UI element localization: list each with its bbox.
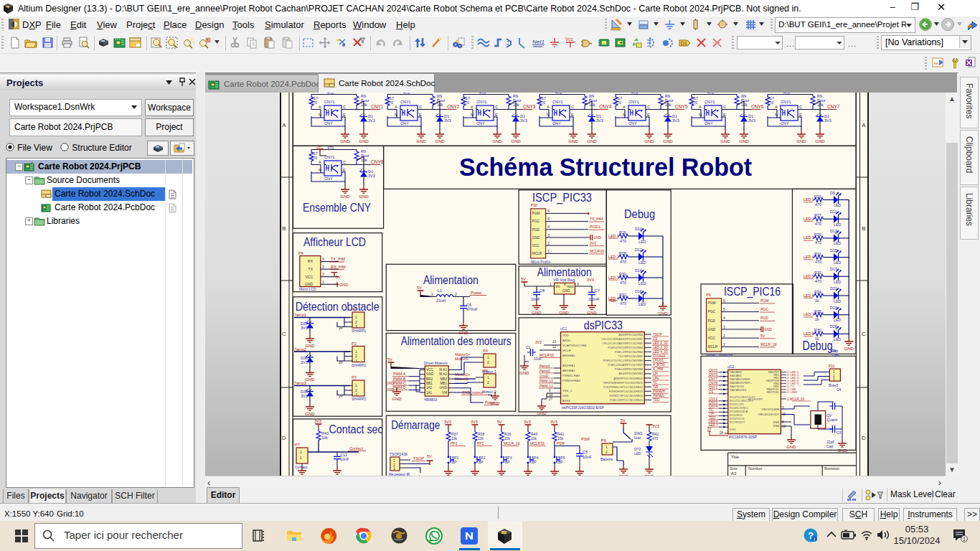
svg-text:P1: P1 — [352, 307, 357, 311]
svg-text:P3: P3 — [352, 375, 357, 380]
svg-text:PWM2H: PWM2H — [653, 390, 665, 393]
svg-text:GND: GND — [532, 236, 540, 240]
svg-text:MB1: MB1 — [440, 382, 448, 385]
svg-text:LPGD1: LPGD1 — [653, 359, 664, 362]
svg-text:D13: D13 — [830, 229, 837, 233]
svg-text:PWM2L/RP14/CN14/RB14: PWM2L/RP14/CN14/RB14 — [610, 394, 644, 397]
svg-text:LED: LED — [834, 280, 841, 284]
svg-text:MB2: MB2 — [440, 377, 448, 381]
svg-text:ISCP_PIC33: ISCP_PIC33 — [532, 190, 592, 204]
svg-text:LED 2: LED 2 — [804, 217, 814, 221]
svg-text:PIGD1: PIGD1 — [590, 225, 600, 229]
svg-text:MCLR_16: MCLR_16 — [760, 342, 777, 347]
svg-text:Number: Number — [748, 466, 763, 471]
svg-text:Vcc: Vcc — [565, 37, 574, 42]
svg-text:LED 8: LED 8 — [804, 331, 814, 336]
svg-text:RX_IHM: RX_IHM — [331, 265, 346, 269]
svg-text:10k: 10k — [531, 436, 537, 441]
svg-text:3V3: 3V3 — [301, 394, 308, 398]
svg-text:D28: D28 — [830, 324, 837, 329]
svg-text:AN4/RP9/CN9/RB9: AN4/RP9/CN9/RB9 — [618, 372, 643, 375]
svg-text:12: 12 — [552, 345, 557, 349]
svg-text:3: 3 — [322, 265, 324, 269]
svg-text:5V: 5V — [427, 454, 432, 458]
svg-text:1: 1 — [355, 315, 357, 319]
svg-text:5V: 5V — [497, 420, 502, 424]
svg-text:R36: R36 — [814, 328, 821, 332]
svg-text:P5: P5 — [483, 369, 488, 373]
svg-text:BP: BP — [505, 460, 510, 464]
svg-text:LED 7: LED 7 — [804, 312, 814, 316]
svg-text:3V3: 3V3 — [652, 424, 659, 428]
svg-text:5V: 5V — [521, 277, 526, 281]
svg-text:2: 2 — [487, 380, 489, 385]
svg-text:Détection obstacle: Détection obstacle — [296, 299, 380, 314]
svg-text:VM: VM — [442, 391, 447, 395]
svg-text:470: 470 — [815, 240, 821, 245]
svg-text:5V: 5V — [316, 144, 321, 149]
svg-text:VDD: VDD — [562, 334, 569, 337]
svg-text:10k: 10k — [504, 436, 511, 441]
svg-text:CNY7: CNY7 — [827, 104, 840, 109]
svg-text:OSC2/CLKO/AN7/RP2/CN2/RB2: OSC2/CLKO/AN7/RP2/CN2/RB2 — [602, 342, 643, 345]
svg-text:Title: Title — [731, 455, 740, 459]
svg-text:dsPIC33: dsPIC33 — [584, 318, 623, 332]
svg-text:PGED1/TDI/SCL/RP6/CN6/RB6: PGED1/TDI/SCL/RP6/CN6/RB6 — [603, 359, 643, 362]
svg-text:1k: 1k — [815, 298, 819, 303]
svg-text:LED 2: LED 2 — [608, 255, 619, 259]
svg-text:PP2: PP2 — [477, 441, 484, 446]
svg-text:Vin: Vin — [555, 285, 560, 288]
svg-text:2: 2 — [606, 450, 608, 454]
svg-text:TDO/RP5/CN5/RB5: TDO/RP5/CN5/RB5 — [618, 354, 643, 358]
svg-text:MCLR33: MCLR33 — [540, 353, 554, 357]
svg-text:LED 4_33: LED 4_33 — [653, 350, 668, 354]
svg-text:Quartz: Quartz — [827, 418, 839, 422]
svg-text:Iear: Iear — [634, 435, 641, 440]
svg-text:470: 470 — [815, 222, 821, 226]
svg-text:10k: 10k — [451, 436, 458, 441]
svg-text:1: 1 — [550, 282, 552, 286]
svg-text:AN0/RA0: AN0/RA0 — [562, 354, 575, 357]
svg-text:CNY2: CNY2 — [447, 104, 460, 109]
svg-text:1: 1 — [547, 249, 550, 253]
svg-text:LED 4: LED 4 — [804, 255, 814, 259]
svg-text:ISCP_PIC16: ISCP_PIC16 — [724, 284, 781, 298]
svg-text:PGM: PGM — [532, 212, 540, 215]
svg-text:LED: LED — [639, 302, 646, 306]
svg-text:Cap: Cap — [826, 444, 833, 448]
svg-text:2: 2 — [487, 360, 489, 364]
svg-text:P6: P6 — [601, 438, 606, 443]
svg-text:PSM: PSM — [581, 437, 590, 441]
svg-text:TSOP2438: TSOP2438 — [390, 452, 407, 456]
svg-text:PP1: PP1 — [451, 441, 458, 446]
svg-text:5V: 5V — [336, 275, 341, 279]
svg-text:MCLR33: MCLR33 — [530, 441, 545, 446]
svg-text:R33: R33 — [814, 270, 821, 275]
svg-text:PWM2L: PWM2L — [653, 394, 665, 397]
svg-text:PGC: PGC — [532, 220, 540, 223]
svg-text:R27: R27 — [814, 213, 821, 217]
svg-text:PGEC3/RP15/CN15/RB15: PGEC3/RP15/CN15/RB15 — [610, 398, 643, 402]
svg-text:CNY3: CNY3 — [523, 104, 536, 109]
svg-text:LED: LED — [834, 318, 841, 322]
svg-text:D11: D11 — [830, 209, 837, 214]
svg-text:2P: 2P — [339, 360, 344, 364]
svg-text:VSS_2: VSS_2 — [562, 389, 573, 392]
svg-text:5V: 5V — [760, 334, 765, 338]
svg-text:LED: LED — [834, 260, 841, 265]
svg-text:LPV: LPV — [653, 377, 660, 380]
svg-text:P11: P11 — [829, 364, 835, 368]
svg-text:1A1: 1A1 — [426, 391, 433, 395]
svg-text:LED 3: LED 3 — [608, 276, 619, 280]
svg-text:PSM: PSM — [557, 441, 565, 446]
svg-text:2: 2 — [723, 334, 725, 338]
svg-text:27: 27 — [549, 397, 553, 401]
svg-text:OSC1/CLKIN: OSC1/CLKIN — [761, 408, 779, 411]
svg-text:LPI: LPI — [653, 372, 658, 376]
svg-text:PGED2/INT0/RP3/CN3/RB3: PGED2/INT0/RP3/CN3/RB3 — [608, 346, 643, 349]
svg-text:22pF: 22pF — [831, 353, 839, 357]
svg-text:TDO: TDO — [653, 398, 660, 402]
svg-text:Batterie: Batterie — [600, 457, 613, 461]
svg-text:5V: 5V — [621, 418, 626, 423]
svg-text:Contact sec: Contact sec — [329, 422, 383, 436]
